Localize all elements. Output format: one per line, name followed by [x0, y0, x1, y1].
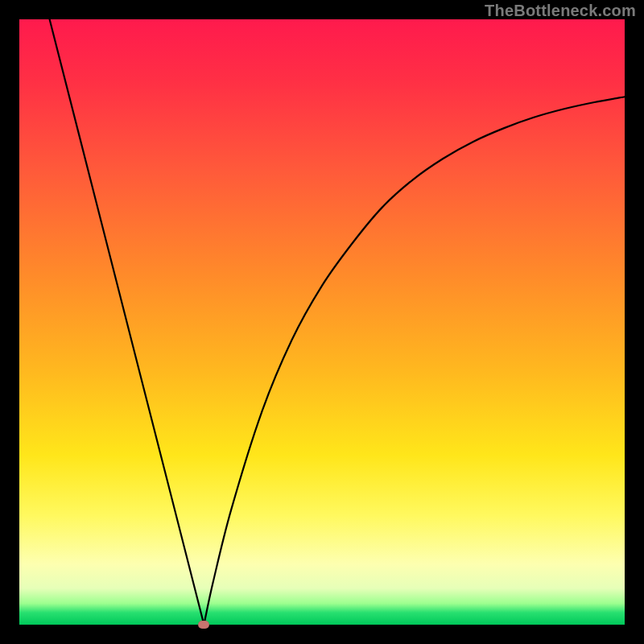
optimal-point-marker [198, 621, 209, 629]
bottleneck-curve [50, 19, 625, 625]
watermark-text: TheBottleneck.com [485, 2, 636, 20]
plot-area [19, 19, 625, 625]
chart-frame: TheBottleneck.com [0, 0, 644, 644]
curve-svg [19, 19, 625, 625]
